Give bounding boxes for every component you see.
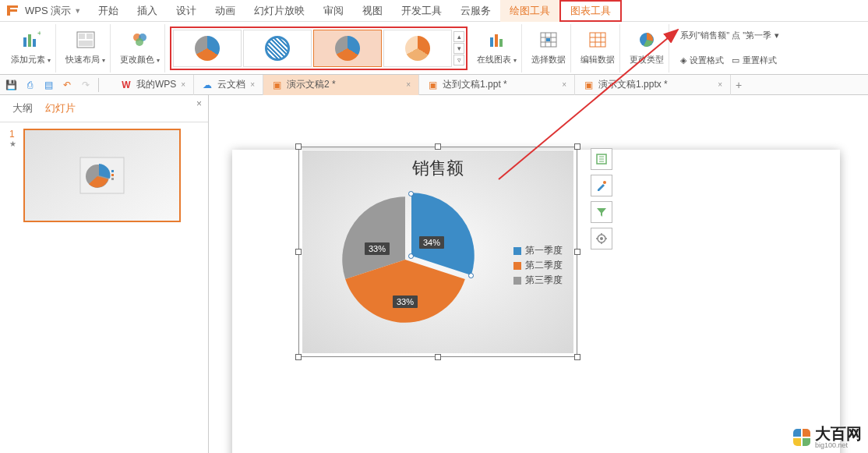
add-element-icon: + [22,31,41,52]
doc-tab-pptx1[interactable]: ▣ 演示文稿1.pptx * × [575,75,731,95]
pie-edit-handle[interactable] [468,273,474,278]
svg-rect-29 [111,174,114,176]
scroll-up-icon[interactable]: ▴ [453,31,464,42]
menu-tab-insert[interactable]: 插入 [128,0,167,22]
pie-chart[interactable]: 34% 33% 33% [335,189,475,330]
ribbon-add-element[interactable]: + 添加元素 ▾ [6,24,56,73]
slide-canvas[interactable]: 销售额 [232,150,840,453]
menu-tab-slideshow[interactable]: 幻灯片放映 [245,0,314,22]
menu-tab-start[interactable]: 开始 [89,0,128,22]
selection-handle[interactable] [435,143,441,150]
chart-style-scroll: ▴ ▾ ▿ [453,31,464,65]
menu-tab-view[interactable]: 视图 [353,0,392,22]
chart-elements-button[interactable] [591,148,612,170]
pie-edit-handle[interactable] [408,191,414,196]
selection-handle[interactable] [574,249,580,255]
document-tabs: W 我的WPS × ☁ 云文档 × ▣ 演示文稿2 * × ▣ 达到文稿1.pp… [113,75,863,95]
menu-tab-review[interactable]: 审阅 [314,0,353,22]
ribbon-online-chart[interactable]: 在线图表 ▾ [472,24,522,73]
slide-number: 1 [9,129,19,140]
selection-handle[interactable] [295,249,302,255]
add-tab-button[interactable]: + [731,79,746,91]
doc-tab-presentation2[interactable]: ▣ 演示文稿2 * × [263,75,419,95]
reset-style-button[interactable]: ▭ 重置样式 [732,55,777,66]
set-format-button[interactable]: ◈ 设置格式 [680,55,724,66]
scroll-expand-icon[interactable]: ▿ [453,55,464,65]
doc-tab-ppt1[interactable]: ▣ 达到文稿1.ppt * × [419,75,575,95]
quick-layout-icon [76,31,95,52]
undo-icon[interactable]: ↶ [61,79,73,91]
pie-edit-handle[interactable] [408,253,414,259]
print-icon[interactable]: ⎙ [23,79,36,91]
app-menu-dropdown[interactable]: ▼ [74,7,81,15]
ribbon-quick-layout[interactable]: 快速布局 ▾ [61,24,111,73]
menu-tab-animation[interactable]: 动画 [206,0,245,22]
close-icon[interactable]: × [196,98,202,109]
sidebar-tab-outline[interactable]: 大纲 [6,98,39,119]
chart-object[interactable]: 销售额 [298,147,577,357]
svg-rect-6 [86,34,93,39]
presentation-icon: ▣ [427,80,438,90]
chart-plot-area[interactable]: 销售额 [302,150,573,353]
chart-styles-button[interactable] [591,175,612,196]
ribbon-label: 在线图表 ▾ [477,54,517,65]
ribbon-change-color[interactable]: 更改颜色 ▾ [115,24,165,73]
chart-filter-button[interactable] [591,201,612,223]
chart-legend[interactable]: 第一季度 第二季度 第三季度 [513,244,563,288]
close-icon[interactable]: × [181,80,185,89]
title-bar: WPS 演示 ▼ 开始 插入 设计 动画 幻灯片放映 审阅 视图 开发工具 云服… [0,0,868,22]
menu-tab-draw-tools[interactable]: 绘图工具 [500,0,559,22]
menu-tab-cloud[interactable]: 云服务 [451,0,500,22]
close-icon[interactable]: × [562,80,566,89]
chart-style-2[interactable] [243,30,312,67]
canvas-area[interactable]: 销售额 [209,95,868,453]
svg-rect-12 [495,34,498,47]
reset-icon: ▭ [732,55,739,65]
slide-thumb-1[interactable]: 1 ★ [9,129,199,222]
chart-style-1[interactable] [173,30,242,67]
ribbon-edit-data[interactable]: 编辑数据 [576,24,620,73]
ribbon-change-type[interactable]: 更改类型 [625,24,669,73]
selection-handle[interactable] [295,354,302,360]
doc-tab-mywps[interactable]: W 我的WPS × [113,75,194,95]
redo-icon[interactable]: ↷ [79,79,92,91]
selection-handle[interactable] [574,143,580,150]
data-label-q2[interactable]: 33% [393,296,418,308]
chart-float-buttons [591,148,612,250]
svg-point-37 [600,237,603,240]
selection-handle[interactable] [435,354,441,360]
watermark: 大百网 big100.net [793,425,862,450]
main: 大纲 幻灯片 × 1 ★ [0,95,868,453]
selection-handle[interactable] [574,354,580,360]
ribbon: + 添加元素 ▾ 快速布局 ▾ 更改颜色 ▾ ▴ ▾ ▿ [0,22,868,75]
data-label-q1[interactable]: 34% [419,236,444,249]
svg-rect-7 [79,41,93,46]
legend-item-q2[interactable]: 第二季度 [513,259,563,272]
menu-tab-design[interactable]: 设计 [167,0,206,22]
edit-data-icon [588,31,607,52]
chart-style-3[interactable] [313,30,382,67]
presentation-icon: ▣ [271,80,282,90]
close-icon[interactable]: × [718,80,722,89]
close-icon[interactable]: × [250,80,255,89]
chart-style-4[interactable] [383,30,452,67]
legend-item-q3[interactable]: 第三季度 [513,274,563,287]
chart-title[interactable]: 销售额 [302,150,573,180]
svg-rect-19 [546,38,550,41]
sidebar-tab-slides[interactable]: 幻灯片 [39,98,82,119]
chart-settings-button[interactable] [591,228,612,250]
data-label-q3[interactable]: 33% [365,242,390,255]
menu-tab-dev[interactable]: 开发工具 [392,0,451,22]
legend-item-q1[interactable]: 第一季度 [513,244,563,257]
save-icon[interactable]: 💾 [5,79,17,91]
slide-thumbnails: 1 ★ [0,122,208,235]
doc-tab-cloud[interactable]: ☁ 云文档 × [194,75,263,95]
preview-icon[interactable]: ▤ [42,79,55,91]
close-icon[interactable]: × [406,80,411,89]
selection-handle[interactable] [295,143,302,150]
scroll-down-icon[interactable]: ▾ [453,43,464,54]
ribbon-select-data[interactable]: 选择数据 [527,24,571,73]
series-selector[interactable]: 系列"销售额" 点 "第一季▾ [680,30,779,41]
menu-tab-chart-tools[interactable]: 图表工具 [559,0,622,22]
legend-swatch [513,247,521,255]
